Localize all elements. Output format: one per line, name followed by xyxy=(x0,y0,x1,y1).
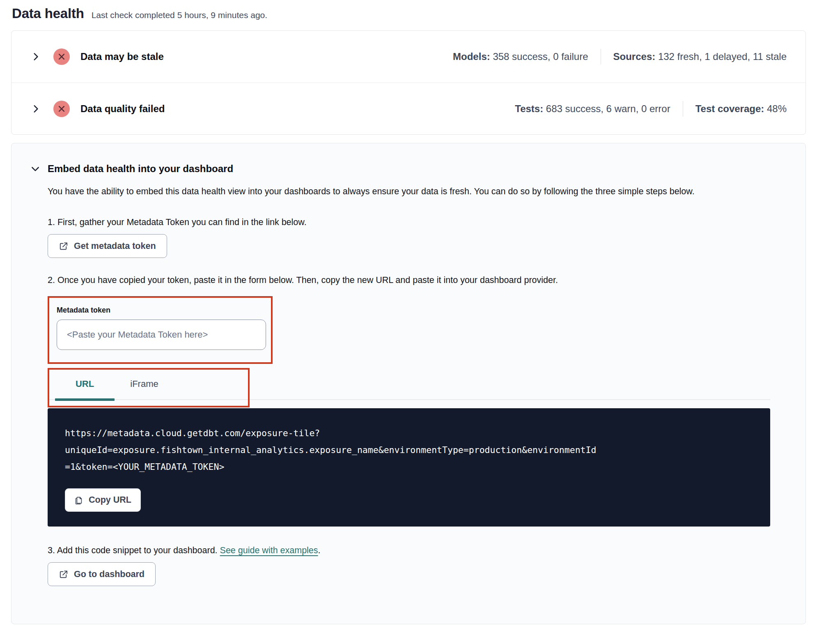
step3-text-after: . xyxy=(318,545,321,555)
embed-url-line: https://metadata.cloud.getdbt.com/exposu… xyxy=(65,425,753,442)
embed-url-text: https://metadata.cloud.getdbt.com/exposu… xyxy=(65,425,753,475)
status-row-title: Data may be stale xyxy=(80,51,164,62)
get-metadata-token-label: Get metadata token xyxy=(74,241,156,251)
expand-chevron-right-icon[interactable] xyxy=(30,51,41,62)
embed-url-line: uniqueId=exposure.fishtown_internal_anal… xyxy=(65,442,753,458)
tabs-row: URL iFrame xyxy=(48,370,770,400)
page-header: Data health Last check completed 5 hours… xyxy=(11,6,806,21)
tests-metric-value: 683 success, 6 warn, 0 error xyxy=(543,103,670,114)
tests-metric-label: Tests: xyxy=(515,103,543,114)
embed-url-line: =1&token=<YOUR_METADATA_TOKEN> xyxy=(65,458,753,475)
embed-section-body: You have the ability to embed this data … xyxy=(30,183,771,586)
error-x-circle-icon xyxy=(53,101,70,117)
embed-section-title: Embed data health into your dashboard xyxy=(48,163,233,175)
error-x-circle-icon xyxy=(53,48,70,65)
get-metadata-token-button[interactable]: Get metadata token xyxy=(48,234,167,258)
coverage-metric-value: 48% xyxy=(764,103,787,114)
sources-metric-label: Sources: xyxy=(613,51,656,62)
embed-url-code-block: https://metadata.cloud.getdbt.com/exposu… xyxy=(48,408,770,527)
step3-text: 3. Add this code snippet to your dashboa… xyxy=(48,545,771,556)
tests-metric: Tests: 683 success, 6 warn, 0 error xyxy=(515,103,670,115)
status-row-stale[interactable]: Data may be stale Models: 358 success, 0… xyxy=(11,31,806,83)
external-link-icon xyxy=(59,242,68,251)
tab-url[interactable]: URL xyxy=(55,370,115,399)
external-link-icon xyxy=(59,570,68,579)
copy-url-button[interactable]: Copy URL xyxy=(65,488,141,512)
embed-section-header[interactable]: Embed data health into your dashboard xyxy=(30,163,771,175)
last-check-status: Last check completed 5 hours, 9 minutes … xyxy=(92,10,267,20)
step1-text: 1. First, gather your Metadata Token you… xyxy=(48,217,771,228)
tab-iframe[interactable]: iFrame xyxy=(115,370,174,399)
sources-metric: Sources: 132 fresh, 1 delayed, 11 stale xyxy=(613,51,787,62)
sources-metric-value: 132 fresh, 1 delayed, 11 stale xyxy=(655,51,787,62)
models-metric: Models: 358 success, 0 failure xyxy=(453,51,588,62)
go-to-dashboard-button[interactable]: Go to dashboard xyxy=(48,562,156,586)
status-row-metrics: Tests: 683 success, 6 warn, 0 error Test… xyxy=(515,101,787,117)
status-row-metrics: Models: 358 success, 0 failure Sources: … xyxy=(453,49,787,64)
step2-text: 2. Once you have copied your token, past… xyxy=(48,275,771,285)
metadata-token-input[interactable] xyxy=(57,320,266,350)
coverage-metric-label: Test coverage: xyxy=(695,103,764,114)
models-metric-label: Models: xyxy=(453,51,490,62)
annotation-box-token-field: Metadata token xyxy=(48,296,273,364)
page-title: Data health xyxy=(12,6,84,21)
coverage-metric: Test coverage: 48% xyxy=(695,103,787,115)
metric-divider xyxy=(601,49,601,64)
status-row-title: Data quality failed xyxy=(80,103,165,115)
copy-url-label: Copy URL xyxy=(89,495,131,505)
output-format-tabs: URL iFrame xyxy=(48,370,771,400)
status-row-quality[interactable]: Data quality failed Tests: 683 success, … xyxy=(11,83,806,134)
step3-text-before: 3. Add this code snippet to your dashboa… xyxy=(48,545,220,555)
data-health-page: Data health Last check completed 5 hours… xyxy=(0,0,817,624)
metric-divider xyxy=(683,101,683,117)
go-to-dashboard-label: Go to dashboard xyxy=(74,569,145,580)
see-guide-link[interactable]: See guide with examples xyxy=(220,545,318,555)
copy-icon xyxy=(74,496,83,505)
models-metric-value: 358 success, 0 failure xyxy=(490,51,588,62)
status-card: Data may be stale Models: 358 success, 0… xyxy=(11,30,806,135)
expand-chevron-right-icon[interactable] xyxy=(30,104,41,114)
embed-description: You have the ability to embed this data … xyxy=(48,183,771,200)
embed-section-card: Embed data health into your dashboard Yo… xyxy=(11,143,806,624)
collapse-chevron-down-icon[interactable] xyxy=(30,163,41,174)
metadata-token-label: Metadata token xyxy=(57,306,264,315)
